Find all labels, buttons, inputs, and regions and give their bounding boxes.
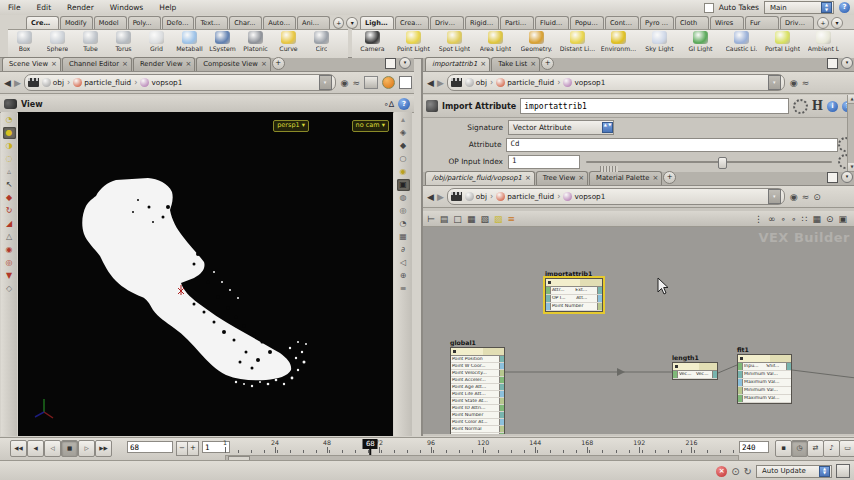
connect-icon[interactable]: ∞: [768, 214, 776, 224]
timeline-ruler[interactable]: 12448729612014416819221668: [225, 439, 737, 454]
shelf-tab-fluid[interactable]: Fluid ...: [535, 16, 569, 29]
menu-render[interactable]: Render: [59, 2, 102, 13]
grid-icon[interactable]: ▦: [397, 231, 410, 243]
output-connector-icon[interactable]: [712, 371, 717, 378]
zoom-icon[interactable]: ⊙: [813, 192, 821, 202]
shelf-tool-ambient-l[interactable]: Ambient L: [803, 30, 844, 58]
brush-tool-icon[interactable]: ▼: [3, 270, 16, 282]
tab-close-icon[interactable]: ×: [185, 58, 191, 71]
shelf-tool-sphere[interactable]: Sphere: [41, 30, 74, 58]
param-slider-op-input-index[interactable]: [586, 161, 832, 163]
shelf-tool-metaball[interactable]: Metaball: [173, 30, 206, 58]
input-deps-icon[interactable]: ∘: [780, 214, 786, 224]
shelf-tab-drive[interactable]: Drive ...: [430, 16, 464, 29]
keyframe-toggle[interactable]: ▪: [775, 440, 792, 457]
shelf-tab-create[interactable]: Create: [26, 16, 59, 29]
shelf-tab-drive[interactable]: Drive ...: [780, 16, 814, 29]
shelf-tool-box[interactable]: Box: [8, 30, 41, 58]
shelf-tab-poly[interactable]: Poly...: [128, 16, 161, 29]
params-tab-importattrib1[interactable]: importattrib1×: [425, 57, 490, 71]
view-pivot-icon[interactable]: ◍: [397, 192, 410, 204]
node-port-row[interactable]: Point Number: [546, 303, 602, 311]
worksheet-icon[interactable]: □: [453, 214, 462, 224]
node-port-row[interactable]: Minimum Val...: [738, 387, 791, 395]
realtime-toggle[interactable]: ◷: [791, 440, 808, 457]
view-tool-icon[interactable]: [4, 99, 17, 109]
network-tab-obj-particle-fluid-vopsop1[interactable]: /obj/particle_fluid/vopsop1×: [425, 171, 535, 185]
breadcrumb-obj[interactable]: obj: [465, 192, 487, 201]
breadcrumb-vopsop1[interactable]: vopsop1: [563, 78, 605, 87]
take-selector[interactable]: Main ▲▼: [764, 1, 834, 14]
new-tab-icon[interactable]: +: [541, 57, 554, 70]
shadow-icon[interactable]: ◆: [397, 140, 410, 152]
shelf-tool-camera[interactable]: Camera: [352, 30, 393, 58]
tab-close-icon[interactable]: ×: [480, 58, 486, 71]
maximize-pane-icon[interactable]: [827, 172, 838, 183]
pose-tool-icon[interactable]: △: [3, 231, 16, 243]
shade-smooth-icon[interactable]: ●: [3, 127, 16, 139]
info-icon[interactable]: i: [827, 101, 838, 112]
param-input-op-input-index[interactable]: 1: [508, 155, 580, 169]
shelf-tool-area-light[interactable]: Area Light: [475, 30, 516, 58]
frame-increment-button[interactable]: +: [187, 441, 199, 456]
align-icon[interactable]: ⋮: [754, 214, 763, 224]
scene-breadcrumb[interactable]: obj›particle_fluid›vopsop1▾: [24, 74, 336, 91]
persp-menu[interactable]: persp1 ▾: [273, 120, 309, 132]
output-connector-icon[interactable]: [499, 391, 504, 397]
gear-icon[interactable]: [793, 99, 808, 114]
shelf-tab-lights[interactable]: Lights ...: [360, 16, 394, 29]
particles-tool-icon[interactable]: ◉: [3, 244, 16, 256]
clip-icon[interactable]: ◁: [397, 257, 410, 269]
list-mode-icon[interactable]: ▤: [440, 214, 449, 224]
back-icon[interactable]: ◀: [427, 78, 434, 88]
camera-lock-icon[interactable]: ◎: [397, 205, 410, 217]
shelf-tool-environm[interactable]: Environm...: [598, 30, 639, 58]
shelf-tab-wires[interactable]: Wires: [710, 16, 744, 29]
select-tool-icon[interactable]: ↖: [3, 179, 16, 191]
output-connector-icon[interactable]: [499, 384, 504, 390]
frame-range-toggle[interactable]: ▭: [839, 440, 854, 457]
shelf-tool-distant-li[interactable]: Distant Li...: [557, 30, 598, 58]
menu-edit[interactable]: Edit: [29, 2, 60, 13]
breadcrumb-particle-fluid[interactable]: particle_fluid: [73, 78, 131, 87]
node-port-row[interactable]: Attr...Ext...: [546, 287, 602, 295]
loop-toggle[interactable]: ⇄: [807, 440, 824, 457]
node-name-input[interactable]: [520, 98, 788, 114]
select-stepper-icon[interactable]: ▲ ▼: [602, 122, 613, 133]
node-importattrib1[interactable]: Attr...Ext...OP I...Att...Point Number: [545, 278, 603, 312]
shelf-tool-tube[interactable]: Tube: [74, 30, 107, 58]
table-icon[interactable]: ▦: [467, 214, 476, 224]
node-port-row[interactable]: Vec...Vec...: [673, 371, 717, 379]
output-connector-icon[interactable]: [499, 433, 504, 434]
pane-menu-icon[interactable]: ▾: [841, 171, 853, 183]
circle-icon[interactable]: ○: [397, 153, 410, 165]
params-tab-take-list[interactable]: Take List×: [491, 57, 540, 71]
output-connector-icon[interactable]: [499, 412, 504, 418]
tab-close-icon[interactable]: ×: [578, 172, 584, 185]
add-shelf-tab-icon[interactable]: +: [817, 17, 829, 29]
shelf-tool-platonic[interactable]: Platonic: [239, 30, 272, 58]
shelf-tool-circ[interactable]: Circ: [305, 30, 338, 58]
scale-tool-icon[interactable]: ◢: [3, 218, 16, 230]
output-connector-icon[interactable]: [499, 370, 504, 376]
fast-forward-button[interactable]: ▶▶: [95, 440, 112, 457]
notes-icon[interactable]: ▨: [494, 214, 503, 224]
shelf-tool-gi-light[interactable]: GI Light: [680, 30, 721, 58]
output-connector-icon[interactable]: [597, 287, 602, 294]
color-palette-icon[interactable]: ≡: [507, 214, 515, 224]
camera-menu[interactable]: no cam ▾: [352, 120, 389, 132]
output-connector-icon[interactable]: [499, 405, 504, 411]
output-deps-icon[interactable]: ∘: [791, 214, 797, 224]
overview-icon[interactable]: ⊙: [826, 214, 834, 224]
node-port-row[interactable]: Total Number...: [451, 433, 504, 434]
current-frame-badge[interactable]: 68: [363, 439, 378, 449]
shelf-tab-modify[interactable]: Modify: [60, 16, 93, 29]
node-port-row[interactable]: Maximum Val...: [738, 379, 791, 387]
display-flag-icon[interactable]: [399, 76, 412, 89]
end-frame-input[interactable]: [739, 441, 769, 453]
back-icon[interactable]: ◀: [4, 78, 11, 88]
node-port-row[interactable]: Point Normal: [451, 426, 504, 433]
shade-light-icon[interactable]: ◔: [3, 114, 16, 126]
shelf-tool-lsystem[interactable]: LSystem: [206, 30, 239, 58]
status-magnifier-icon[interactable]: ⊙: [731, 466, 739, 477]
